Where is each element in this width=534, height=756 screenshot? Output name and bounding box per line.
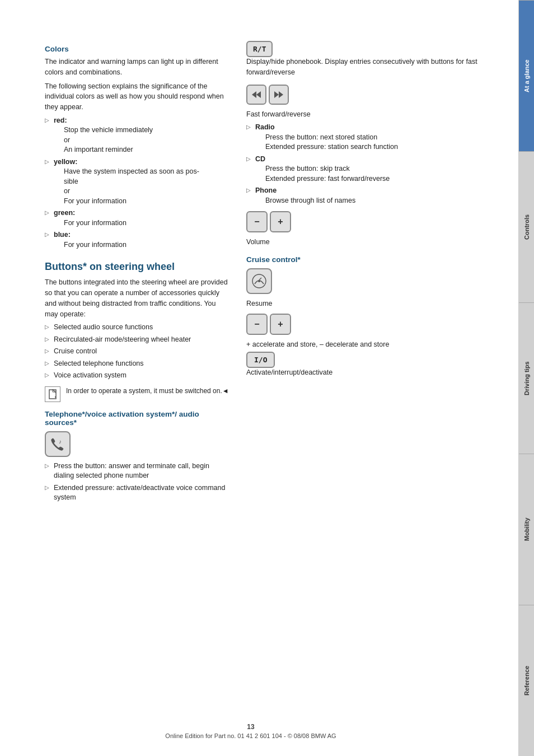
svg-point-10 bbox=[258, 280, 260, 282]
bullet-icon: ▷ bbox=[246, 186, 251, 194]
volume-label: Volume bbox=[246, 237, 502, 248]
colors-list: ▷ red: Stop the vehicle immediatelyorAn … bbox=[45, 116, 229, 250]
colors-title: Colors bbox=[45, 45, 229, 53]
list-item: ▷ CD Press the button: skip trackExtende… bbox=[246, 155, 502, 184]
list-item: ▷ green: For your information bbox=[45, 208, 229, 228]
ff-phone-label: Phone bbox=[255, 186, 277, 194]
bullet-icon: ▷ bbox=[45, 231, 49, 239]
ff-label: Fast forward/reverse bbox=[246, 109, 502, 120]
bullet-icon: ▷ bbox=[246, 155, 251, 163]
buttons-list: ▷ Selected audio source functions ▷ Reci… bbox=[45, 323, 229, 381]
sidebar-tab-driving-tips[interactable]: Driving tips bbox=[519, 302, 534, 454]
volume-up-button-icon: + bbox=[270, 211, 291, 232]
list-item: ▷ blue: For your information bbox=[45, 230, 229, 250]
cruise-decel-button-icon: − bbox=[246, 314, 268, 335]
colors-section: Colors The indicator and warning lamps c… bbox=[45, 45, 229, 250]
bullet-icon: ▷ bbox=[45, 116, 49, 124]
svg-line-11 bbox=[259, 278, 261, 280]
note-box: In order to operate a system, it must be… bbox=[45, 386, 229, 402]
copyright-text: Online Edition for Part no. 01 41 2 601 … bbox=[0, 732, 502, 739]
buttons-para1: The buttons integrated into the steering… bbox=[45, 277, 229, 319]
btn-item-2: Recirculated-air mode/steering wheel hea… bbox=[54, 335, 229, 345]
cruise-resume-label: Resume bbox=[246, 298, 502, 309]
cruise-io-icon: I/O bbox=[246, 352, 275, 368]
list-item: ▷ Recirculated-air mode/steering wheel h… bbox=[45, 335, 229, 345]
bullet-icon: ▷ bbox=[45, 158, 49, 166]
list-item: ▷ Phone Browse through list of names bbox=[246, 186, 502, 206]
buttons-title: Buttons* on steering wheel bbox=[45, 261, 229, 273]
cruise-title: Cruise control* bbox=[246, 255, 502, 264]
phone-button-icon: ♪ bbox=[45, 431, 71, 457]
bullet-icon: ▷ bbox=[45, 209, 49, 217]
telephone-title: Telephone*/voice activation system*/ aud… bbox=[45, 410, 229, 427]
bullet-icon: ▷ bbox=[246, 123, 251, 131]
note-icon bbox=[45, 386, 60, 402]
list-item: ▷ Radio Press the button: next stored st… bbox=[246, 123, 502, 152]
sidebar-tab-at-a-glance[interactable]: At a glance bbox=[519, 0, 534, 151]
ff-phone-desc: Browse through list of names bbox=[265, 196, 502, 206]
rt-description: Display/hide phonebook. Display entries … bbox=[246, 57, 502, 78]
sidebar-tab-controls[interactable]: Controls bbox=[519, 151, 534, 302]
ff-radio-label: Radio bbox=[255, 123, 275, 131]
buttons-section: Buttons* on steering wheel The buttons i… bbox=[45, 261, 229, 503]
colors-para1: The indicator and warning lamps can ligh… bbox=[45, 57, 229, 78]
svg-text:♪: ♪ bbox=[59, 438, 62, 445]
note-text: In order to operate a system, it must be… bbox=[66, 386, 229, 396]
ff-section: Fast forward/reverse ▷ Radio Press the b… bbox=[246, 85, 502, 206]
ff-radio-desc: Press the button: next stored stationExt… bbox=[265, 133, 502, 152]
svg-marker-7 bbox=[274, 91, 279, 98]
color-yellow-label: yellow: bbox=[54, 158, 77, 166]
btn-item-5: Voice activation system bbox=[54, 371, 229, 381]
color-blue-desc: For your information bbox=[64, 240, 229, 250]
bullet-icon: ▷ bbox=[45, 335, 49, 343]
color-red-desc: Stop the vehicle immediatelyorAn importa… bbox=[64, 125, 229, 155]
phone-bullet-1: Press the button: answer and terminate c… bbox=[54, 461, 229, 481]
list-item: ▷ Extended pressure: activate/deactivate… bbox=[45, 483, 229, 503]
btn-item-3: Cruise control bbox=[54, 347, 229, 357]
list-item: ▷ Press the button: answer and terminate… bbox=[45, 461, 229, 481]
volume-down-button-icon: − bbox=[246, 211, 268, 232]
rt-button-icon: R/T bbox=[246, 45, 502, 53]
list-item: ▷ yellow: Have the system inspected as s… bbox=[45, 157, 229, 207]
bullet-icon: ▷ bbox=[45, 360, 49, 367]
bullet-icon: ▷ bbox=[45, 323, 49, 331]
svg-marker-8 bbox=[279, 91, 283, 98]
sidebar-tab-mobility[interactable]: Mobility bbox=[519, 454, 534, 605]
ff-buttons bbox=[246, 85, 502, 105]
rt-section: R/T Display/hide phonebook. Display entr… bbox=[246, 45, 502, 78]
list-item: ▷ Cruise control bbox=[45, 347, 229, 357]
cruise-accel-label: + accelerate and store, – decelerate and… bbox=[246, 339, 502, 350]
volume-buttons: − + bbox=[246, 211, 502, 232]
bullet-icon: ▷ bbox=[45, 462, 49, 470]
ff-cd-label: CD bbox=[255, 155, 265, 163]
sidebar-tab-reference[interactable]: Reference bbox=[519, 605, 534, 756]
svg-marker-6 bbox=[256, 91, 261, 98]
cruise-accel-buttons: − + bbox=[246, 314, 502, 335]
color-green-label: green: bbox=[54, 209, 75, 217]
phone-bullet-2: Extended pressure: activate/deactivate v… bbox=[54, 483, 229, 503]
color-red-label: red: bbox=[54, 116, 67, 124]
ff-list: ▷ Radio Press the button: next stored st… bbox=[246, 123, 502, 206]
list-item: ▷ Selected telephone functions bbox=[45, 359, 229, 369]
page-number: 13 bbox=[0, 723, 502, 731]
color-yellow-desc: Have the system inspected as soon as pos… bbox=[64, 167, 229, 206]
bullet-icon: ▷ bbox=[45, 347, 49, 355]
bullet-icon: ▷ bbox=[45, 484, 49, 492]
cruise-accel-button-icon: + bbox=[270, 314, 291, 335]
telephone-section: Telephone*/voice activation system*/ aud… bbox=[45, 410, 229, 503]
cruise-section: Cruise control* Resume − bbox=[246, 255, 502, 377]
btn-item-4: Selected telephone functions bbox=[54, 359, 229, 369]
color-blue-label: blue: bbox=[54, 231, 71, 239]
list-item: ▷ red: Stop the vehicle immediatelyorAn … bbox=[45, 116, 229, 155]
svg-marker-5 bbox=[252, 91, 256, 98]
sidebar-tabs: At a glance Controls Driving tips Mobili… bbox=[518, 0, 534, 756]
svg-marker-3 bbox=[55, 396, 56, 398]
bullet-icon: ▷ bbox=[45, 371, 49, 379]
cruise-io-section: I/O Activate/interrupt/deactivate bbox=[246, 356, 502, 378]
ff-cd-desc: Press the button: skip trackExtended pre… bbox=[265, 164, 502, 184]
list-item: ▷ Selected audio source functions bbox=[45, 323, 229, 333]
fastforward-button-icon bbox=[269, 85, 289, 105]
btn-item-1: Selected audio source functions bbox=[54, 323, 229, 333]
cruise-io-label: Activate/interrupt/deactivate bbox=[246, 367, 502, 378]
list-item: ▷ Voice activation system bbox=[45, 371, 229, 381]
